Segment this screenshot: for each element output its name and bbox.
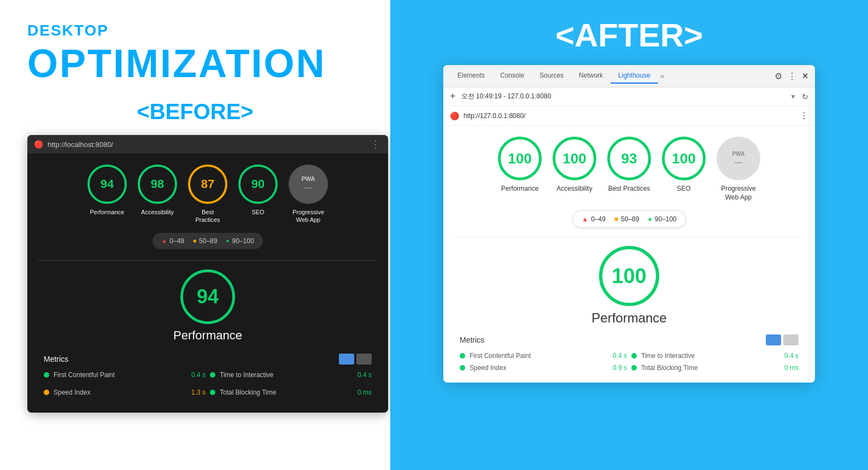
after-toggle-list-button[interactable] (783, 334, 799, 345)
after-metrics-title: Metrics (460, 336, 484, 344)
metric-name-tti: Time to Interactive (220, 371, 273, 379)
score-label-best-practices: Best Practices (189, 208, 227, 224)
score-item-seo: 90 SEO (238, 164, 278, 224)
score-item-pwa: PWA — Progressive Web App (289, 164, 328, 224)
after-divider (454, 237, 804, 237)
after-large-score: 100 (612, 265, 646, 288)
score-value-seo: 90 (251, 177, 265, 191)
close-devtools-icon[interactable]: ✕ (802, 72, 808, 80)
after-metric-value-si: 0.9 s (613, 364, 627, 372)
left-panel: DESKTOP OPTIMIZATION <BEFORE> 🔴 http://l… (0, 0, 390, 470)
metric-dot-tti (210, 372, 215, 378)
after-metric-dot-fcp (460, 353, 465, 359)
metric-name-fcp: First Contentful Paint (54, 371, 115, 379)
metric-value-si: 1.3 s (191, 389, 206, 396)
legend-dot-orange: ■ (193, 238, 196, 244)
after-metric-left-si: Speed Index (460, 364, 506, 372)
score-label-performance: Performance (90, 208, 125, 216)
desktop-label: DESKTOP (27, 22, 363, 39)
tab-network[interactable]: Network (571, 68, 611, 84)
score-value-best-practices: 87 (201, 177, 214, 191)
before-metrics-title: Metrics (44, 355, 68, 363)
after-metric-row-fcp: First Contentful Paint 0.4 s (460, 352, 627, 360)
score-circle-accessibility: 98 (138, 164, 177, 204)
metric-name-si: Speed Index (54, 389, 90, 396)
after-legend-label-red: 0–49 (591, 215, 606, 223)
more-tabs-icon[interactable]: » (658, 68, 667, 84)
more-options-icon[interactable]: ⋮ (788, 71, 796, 81)
after-perf-title: Performance (591, 310, 666, 326)
before-metrics-toggle[interactable] (339, 354, 372, 365)
tab-elements[interactable]: Elements (450, 68, 492, 84)
toggle-chart-button[interactable] (339, 354, 354, 365)
legend-dot-green: ● (226, 238, 229, 244)
score-circle-seo: 90 (238, 164, 278, 204)
after-metrics-toggle[interactable] (766, 334, 799, 345)
after-score-item-pwa: PWA — Progressive Web App (717, 137, 760, 202)
before-large-circle: 94 (180, 269, 235, 324)
before-legend-bar: ▲ 0–49 ■ 50–89 ● 90–100 (153, 233, 262, 249)
after-score-item-performance: 100 Performance (498, 137, 542, 202)
after-scores-row: 100 Performance 100 Accessibility 93 Bes… (454, 137, 804, 202)
after-legend-label-orange: 50–89 (621, 215, 639, 223)
score-label-accessibility: Accessibility (141, 208, 174, 216)
after-metric-left-tbt: Total Blocking Time (631, 364, 697, 372)
after-label: <AFTER> (412, 16, 846, 54)
devtools-tabs: Elements Console Sources Network Lightho… (450, 68, 667, 84)
metric-row-tti: Time to Interactive 0.4 s (210, 371, 372, 379)
metric-left-fcp: First Contentful Paint (44, 371, 115, 379)
address-text: 오전 10:49:19 - 127.0.0.1:8080 (461, 92, 785, 101)
optimization-label: OPTIMIZATION (27, 44, 363, 83)
score-item-performance: 94 Performance (87, 164, 127, 224)
after-score-value-best-practices: 93 (621, 150, 637, 167)
tab-lighthouse[interactable]: Lighthouse (611, 68, 658, 84)
after-metric-name-tbt: Total Blocking Time (641, 364, 697, 372)
add-tab-button[interactable]: + (450, 91, 456, 102)
after-metrics-header: Metrics (460, 334, 799, 345)
devtools-action-icons: ⚙ ⋮ ✕ (775, 71, 808, 81)
before-large-score: 94 (197, 285, 219, 308)
after-score-value-performance: 100 (508, 150, 531, 167)
legend-label-green: 90–100 (232, 237, 254, 245)
after-legend-dot-green: ● (648, 215, 652, 223)
lh-url-text: http://127.0.0.1:8080/ (464, 112, 795, 120)
metric-row-si: Speed Index 1.3 s (44, 389, 206, 396)
lh-menu-dots[interactable]: ⋮ (800, 110, 808, 121)
lighthouse-body: 100 Performance 100 Accessibility 93 Bes… (443, 126, 815, 383)
devtools-window: Elements Console Sources Network Lightho… (443, 65, 815, 383)
metric-value-tbt: 0 ms (357, 389, 372, 396)
after-toggle-chart-button[interactable] (766, 334, 781, 345)
devtools-titlebar: Elements Console Sources Network Lightho… (443, 65, 815, 87)
before-divider (38, 260, 377, 261)
before-perf-section: 94 Performance (38, 269, 377, 343)
after-metrics-section: Metrics First Contentful Paint 0.4 s (454, 334, 804, 372)
pwa-label: PWA (301, 175, 315, 182)
metric-dot-fcp (44, 372, 49, 378)
after-metric-row-tti: Time to Interactive 0.4 s (631, 352, 799, 360)
dropdown-icon[interactable]: ▼ (790, 93, 796, 101)
after-metric-value-tbt: 0 ms (784, 364, 799, 372)
tab-console[interactable]: Console (492, 68, 532, 84)
refresh-icon[interactable]: ↻ (802, 92, 808, 101)
after-score-circle-seo: 100 (662, 137, 706, 180)
browser-menu-dots[interactable]: ⋮ (371, 138, 382, 150)
before-metrics-section: Metrics First Contentful Paint 0.4 s (38, 354, 377, 402)
browser-url-bar: 🔴 http://localhost:8080/ (34, 140, 113, 149)
tab-sources[interactable]: Sources (532, 68, 571, 84)
settings-icon[interactable]: ⚙ (775, 71, 782, 81)
before-label: <BEFORE> (27, 99, 363, 124)
url-security-icon: 🔴 (34, 140, 43, 149)
legend-item-green: ● 90–100 (226, 237, 254, 245)
toggle-list-button[interactable] (356, 354, 372, 365)
legend-label-orange: 50–89 (199, 237, 217, 245)
after-pwa-dash: — (735, 158, 742, 167)
metric-row-fcp: First Contentful Paint 0.4 s (44, 371, 206, 379)
after-legend-item-red: ▲ 0–49 (582, 215, 606, 223)
after-score-value-seo: 100 (672, 150, 695, 167)
after-metrics-grid: First Contentful Paint 0.4 s Time to Int… (460, 352, 799, 372)
score-value-performance: 94 (101, 177, 114, 191)
after-legend-bar: ▲ 0–49 ■ 50–89 ● 90–100 (572, 210, 686, 228)
score-value-accessibility: 98 (151, 177, 164, 191)
after-score-value-accessibility: 100 (562, 150, 586, 167)
after-score-item-seo: 100 SEO (662, 137, 706, 202)
